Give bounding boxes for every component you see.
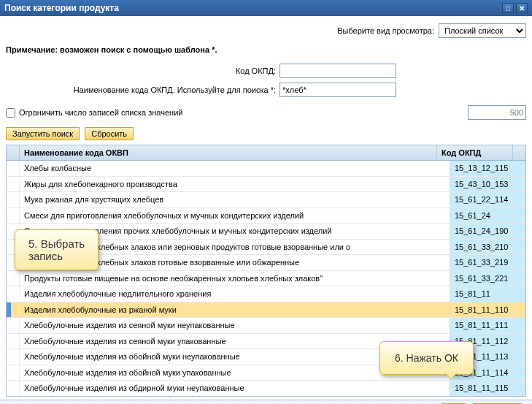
row-code: 15_81_11 [450, 286, 525, 302]
note-text: Примечание: возможен поиск с помощью шаб… [6, 45, 526, 54]
row-code: 15_61_22_114 [450, 192, 525, 207]
table-row[interactable]: Мука ржаная для хрустящих хлебцев15_61_2… [7, 192, 525, 208]
limit-row: Ограничить число записей списка значений [6, 105, 526, 120]
header-scroll-spacer [513, 145, 525, 160]
row-name: Хлебы колбасные [20, 164, 450, 172]
row-name: Смеси для приготовления хлебобулочных и … [20, 211, 450, 220]
titlebar-buttons: □ ✕ [502, 3, 528, 13]
row-selector[interactable] [7, 334, 20, 349]
view-type-label: Выберите вид просмотра: [6, 26, 434, 35]
row-code: 15_61_24 [450, 208, 525, 224]
table-row[interactable]: Хлебы колбасные15_13_12_115 [7, 161, 525, 177]
row-code: 15_61_33_221 [450, 271, 525, 286]
row-name: Изделия хлебобулочные недлительного хран… [20, 289, 450, 298]
close-icon[interactable]: ✕ [516, 3, 528, 13]
row-code: 15_81_11_115 [450, 381, 525, 396]
row-code: 15_43_10_153 [450, 177, 525, 192]
limit-checkbox[interactable] [6, 108, 15, 118]
row-name: Мука ржаная для хрустящих хлебцев [20, 195, 450, 204]
table-row[interactable]: Изделия хлебобулочные из ржаной муки15_8… [7, 302, 525, 319]
title-bar: Поиск категории продукта □ ✕ [0, 0, 532, 16]
row-selector[interactable] [7, 192, 20, 207]
row-selector[interactable] [7, 365, 20, 381]
row-name: Хлебобулочные изделия из обдирной муки н… [20, 384, 450, 392]
hint5-line2: запись [28, 250, 85, 262]
code-row: Код ОКПД: [6, 64, 526, 78]
table-row[interactable]: Хлебобулочные изделия из сеяной муки неу… [7, 318, 525, 334]
row-name: Изделия хлебобулочные из ржаной муки [20, 305, 450, 314]
header-name[interactable]: Наименование кода ОКВП [20, 145, 437, 160]
view-type-row: Выберите вид просмотра: Плоский список [6, 23, 526, 38]
row-selector[interactable] [7, 271, 20, 286]
maximize-icon[interactable]: □ [502, 3, 514, 13]
table-row[interactable]: Продукты готовые пищевые на основе необж… [7, 271, 525, 287]
row-code: 15_81_11_110 [450, 302, 525, 318]
row-code: 15_61_33_210 [450, 240, 525, 255]
row-code: 15_61_24_190 [450, 224, 525, 239]
row-selector[interactable] [7, 349, 20, 365]
hint6-text: 6. Нажать ОК [395, 352, 458, 364]
header-selector[interactable] [7, 145, 20, 160]
row-name: Продукты готовые пищевые на основе необж… [20, 274, 450, 283]
search-button[interactable]: Запустить поиск [6, 127, 80, 140]
action-row: Запустить поиск Сбросить [6, 127, 526, 140]
row-selector[interactable] [7, 381, 20, 396]
row-selector[interactable] [7, 177, 20, 192]
row-selector[interactable] [7, 286, 20, 302]
row-code: 15_61_33_219 [450, 255, 525, 270]
table-row[interactable]: Жиры для хлебопекарного производства15_4… [7, 177, 525, 193]
row-selector[interactable] [7, 318, 20, 333]
name-row: Наименование кода ОКПД. Используйте для … [6, 83, 526, 97]
limit-value [468, 105, 526, 120]
table-row[interactable]: Смеси для приготовления хлебобулочных и … [7, 208, 525, 224]
row-name: Жиры для хлебопекарного производства [20, 180, 450, 188]
reset-button[interactable]: Сбросить [85, 127, 134, 140]
hint-callout-6: 6. Нажать ОК [379, 341, 474, 375]
table-row[interactable]: Изделия хлебобулочные недлительного хран… [7, 286, 525, 302]
name-label: Наименование кода ОКПД. Используйте для … [6, 85, 276, 94]
code-label: Код ОКПД: [6, 66, 276, 75]
hint-callout-5: 5. Выбрать запись [15, 229, 99, 270]
limit-label: Ограничить число записей списка значений [19, 108, 182, 117]
row-code: 15_13_12_115 [450, 161, 525, 176]
row-selector[interactable] [7, 302, 20, 318]
row-code: 15_81_11_111 [450, 318, 525, 333]
hint5-line1: 5. Выбрать [28, 237, 85, 250]
view-type-select[interactable]: Плоский список [439, 23, 526, 38]
dialog-footer: ОК Прервать [0, 400, 532, 404]
row-selector[interactable] [7, 161, 20, 176]
row-selector[interactable] [7, 208, 20, 224]
header-code[interactable]: Код ОКПД [437, 145, 513, 160]
code-input[interactable] [280, 64, 396, 78]
name-input[interactable] [280, 83, 396, 97]
table-header: Наименование кода ОКВП Код ОКПД [7, 145, 525, 161]
row-name: Хлебобулочные изделия из сеяной муки неу… [20, 321, 450, 329]
window-title: Поиск категории продукта [4, 3, 119, 13]
